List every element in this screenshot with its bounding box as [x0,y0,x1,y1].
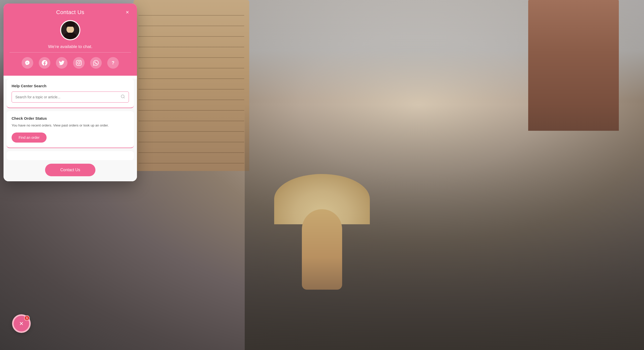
messenger-icon-button[interactable] [22,57,33,69]
person-figure [297,184,347,290]
help-icon-button[interactable]: ? [107,57,119,69]
order-status-title: Check Order Status [12,116,129,120]
whatsapp-icon [93,60,99,66]
widget-title: Contact Us [56,9,84,16]
twitter-icon [59,60,64,66]
header-title-row: Contact Us × [10,9,131,16]
widget-footer: Contact Us [4,160,137,181]
question-mark-icon: ? [112,60,115,66]
social-icons-row: ? [22,57,119,69]
close-button[interactable]: × [124,9,131,16]
instagram-icon-button[interactable] [73,57,85,69]
order-status-description: You have no recent orders. View past ord… [12,123,129,128]
help-center-title: Help Center Search [12,84,129,88]
person-body [302,209,342,290]
bridge-walkway [245,0,644,350]
instagram-icon [76,60,82,66]
avatar-body [64,33,76,39]
search-input[interactable] [15,95,118,99]
avatar-image [61,21,79,39]
facebook-icon-button[interactable] [39,57,50,69]
contact-us-button[interactable]: Contact Us [45,164,95,176]
find-order-button[interactable]: Find an order [12,133,47,143]
search-wrapper [12,92,129,103]
avatar [60,20,80,40]
search-icon [121,94,125,100]
bottom-partial-card [7,151,134,160]
twitter-icon-button[interactable] [56,57,67,69]
whatsapp-icon-button[interactable] [90,57,102,69]
notification-badge: 1 [24,315,30,321]
widget-header: Contact Us × We're available to chat. [4,4,137,76]
help-center-card: Help Center Search [7,79,134,108]
building-left [133,0,249,171]
header-divider [10,52,131,53]
order-status-card: Check Order Status You have no recent or… [7,111,134,148]
available-text: We're available to chat. [48,44,92,49]
float-chat-button[interactable]: × 1 [12,314,31,333]
float-close-icon: × [19,320,23,327]
messenger-icon [25,60,30,66]
contact-widget: Contact Us × We're available to chat. [4,4,137,181]
svg-point-0 [121,95,124,98]
facebook-icon [42,60,47,66]
svg-line-1 [124,97,124,98]
widget-body: Help Center Search Check Order Status Yo… [4,79,137,181]
